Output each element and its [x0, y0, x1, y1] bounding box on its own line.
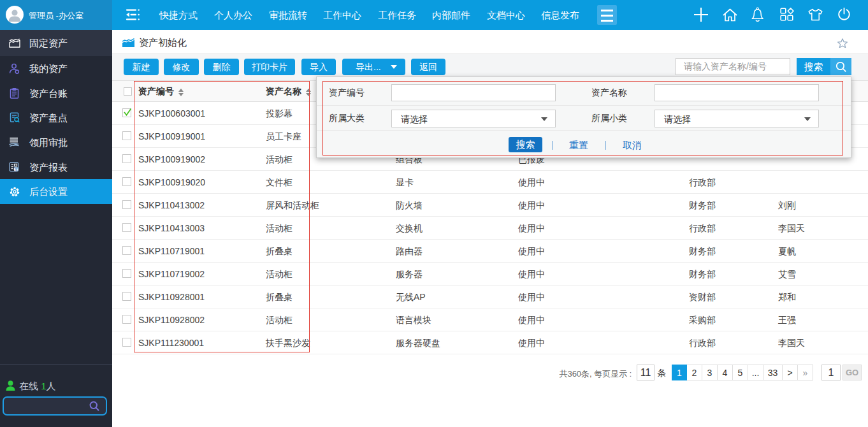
svg-text:Y: Y [15, 167, 18, 171]
